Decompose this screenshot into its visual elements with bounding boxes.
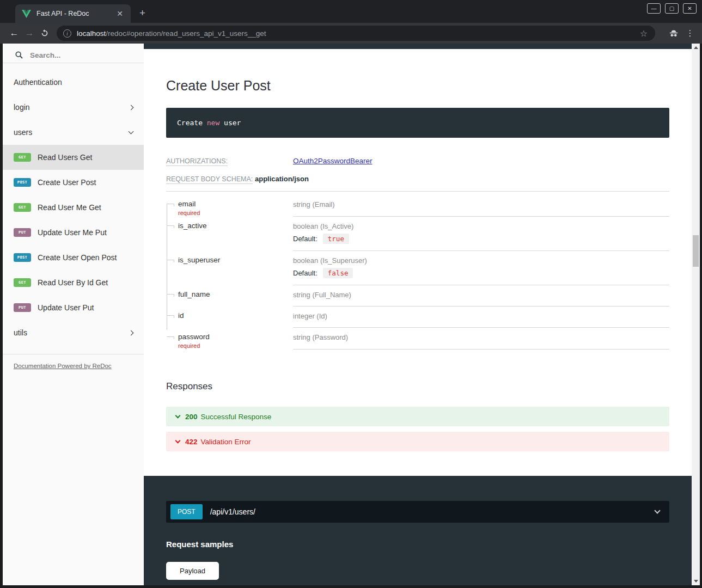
endpoint-selector[interactable]: POST /api/v1/users/ bbox=[166, 501, 669, 523]
default-label: Default: bbox=[293, 269, 318, 277]
maximize-button[interactable]: ▢ bbox=[665, 3, 679, 14]
sidebar-menu: Authentication login users GET Read User… bbox=[3, 70, 144, 345]
method-badge-put: PUT bbox=[14, 228, 31, 237]
request-body-schema-label: REQUEST BODY SCHEMA: bbox=[166, 175, 253, 184]
field-type: boolean (Is_Superuser) bbox=[293, 256, 669, 265]
url-path: /redoc#operation/read_users_api_v1_users… bbox=[106, 29, 266, 38]
sidebar-footer: Documentation Powered by ReDoc bbox=[3, 354, 144, 377]
operation-title: Create User Post bbox=[166, 78, 669, 94]
field-name: password bbox=[178, 333, 293, 341]
url-text: localhost/redoc#operation/read_users_api… bbox=[77, 29, 639, 38]
sidebar-item-read-user-me-get[interactable]: GET Read User Me Get bbox=[3, 195, 144, 220]
tab-close-icon[interactable]: ✕ bbox=[114, 9, 125, 18]
authorizations-row: AUTHORIZATIONS: OAuth2PasswordBearer bbox=[166, 156, 669, 166]
sidebar-item-create-user-post[interactable]: POST Create User Post bbox=[3, 170, 144, 195]
minimize-button[interactable]: — bbox=[647, 3, 661, 14]
back-button[interactable]: ← bbox=[7, 28, 22, 39]
scrollbar-thumb[interactable] bbox=[693, 235, 699, 267]
response-code: 200 bbox=[185, 413, 198, 421]
browser-menu-icon[interactable]: ⋮ bbox=[685, 28, 695, 38]
field-row-id: id integer (Id) bbox=[167, 307, 669, 328]
response-code: 422 bbox=[185, 438, 198, 446]
tree-tick bbox=[167, 260, 174, 260]
vertical-scrollbar[interactable] bbox=[692, 44, 700, 585]
close-button[interactable]: ✕ bbox=[683, 3, 697, 14]
chevron-down-icon bbox=[129, 129, 134, 134]
request-body-schema-row: REQUEST BODY SCHEMA: application/json bbox=[166, 174, 669, 192]
tree-tick bbox=[167, 225, 174, 226]
required-flag: required bbox=[178, 342, 293, 349]
description-text: Create bbox=[177, 119, 207, 127]
scroll-down-arrow[interactable] bbox=[692, 577, 700, 585]
payload-tab[interactable]: Payload bbox=[166, 562, 219, 580]
scroll-up-arrow[interactable] bbox=[692, 44, 700, 52]
sidebar-item-authentication[interactable]: Authentication bbox=[3, 70, 144, 95]
field-type: string (Full_Name) bbox=[293, 290, 669, 299]
field-type: string (Password) bbox=[293, 333, 669, 341]
method-badge-get: GET bbox=[14, 278, 31, 287]
chevron-down-icon bbox=[175, 438, 181, 444]
sidebar-item-login[interactable]: login bbox=[3, 95, 144, 120]
tree-tick bbox=[167, 204, 174, 204]
endpoint-path: /api/v1/users/ bbox=[210, 507, 655, 516]
request-samples-panel: POST /api/v1/users/ Request samples Payl… bbox=[144, 476, 692, 585]
default-value: true bbox=[323, 234, 349, 244]
operation-doc: Create User Post Create new user AUTHORI… bbox=[144, 49, 692, 451]
oauth2-link[interactable]: OAuth2PasswordBearer bbox=[293, 157, 373, 165]
field-name: is_active bbox=[178, 222, 293, 230]
redoc-main: Create User Post Create new user AUTHORI… bbox=[144, 44, 692, 585]
tab-title: Fast API - ReDoc bbox=[36, 10, 114, 17]
chevron-right-icon bbox=[129, 330, 134, 335]
reload-button[interactable] bbox=[37, 29, 52, 38]
new-tab-button[interactable]: + bbox=[139, 7, 145, 19]
browser-window: Fast API - ReDoc ✕ + — ▢ ✕ ← → i localho… bbox=[0, 0, 702, 588]
tree-tick bbox=[167, 336, 174, 337]
description-text: user bbox=[219, 119, 241, 127]
operation-description-block: Create new user bbox=[166, 108, 669, 138]
sidebar-item-update-user-put[interactable]: PUT Update User Put bbox=[3, 295, 144, 320]
incognito-icon bbox=[668, 28, 679, 39]
response-422-bar[interactable]: 422 Validation Error bbox=[166, 432, 669, 451]
sidebar-item-utils[interactable]: utils bbox=[3, 320, 144, 345]
search-icon bbox=[15, 51, 23, 59]
sidebar-item-users[interactable]: users bbox=[3, 120, 144, 145]
response-label: Successful Response bbox=[201, 413, 272, 421]
method-badge-get: GET bbox=[14, 203, 31, 212]
url-host: localhost bbox=[77, 29, 106, 38]
page-frame: Authentication login users GET Read User… bbox=[0, 44, 702, 588]
browser-toolbar: ← → i localhost/redoc#operation/read_use… bbox=[0, 23, 702, 44]
authorizations-label: AUTHORIZATIONS: bbox=[166, 157, 228, 166]
endpoint-method-badge: POST bbox=[170, 504, 203, 519]
previous-section-panel-edge bbox=[144, 44, 692, 49]
schema-fields: email required string (Email) is_active bbox=[167, 195, 669, 350]
field-name: is_superuser bbox=[178, 256, 293, 264]
bookmark-star-icon[interactable]: ☆ bbox=[639, 28, 649, 39]
field-row-full-name: full_name string (Full_Name) bbox=[167, 285, 669, 307]
field-row-is-active: is_active boolean (Is_Active) Default:tr… bbox=[167, 217, 669, 251]
url-bar[interactable]: i localhost/redoc#operation/read_users_a… bbox=[57, 26, 655, 41]
redoc-footer-link[interactable]: Documentation Powered by ReDoc bbox=[14, 363, 112, 369]
request-body-content-type: application/json bbox=[255, 175, 309, 183]
browser-titlebar: Fast API - ReDoc ✕ + — ▢ ✕ bbox=[0, 0, 702, 23]
site-info-icon[interactable]: i bbox=[63, 29, 71, 38]
sidebar-item-update-user-me-put[interactable]: PUT Update User Me Put bbox=[3, 220, 144, 245]
tree-tick bbox=[167, 294, 174, 295]
response-200-bar[interactable]: 200 Successful Response bbox=[166, 407, 669, 426]
field-type: string (Email) bbox=[293, 200, 669, 209]
required-flag: required bbox=[178, 210, 293, 216]
method-badge-get: GET bbox=[14, 153, 31, 162]
forward-button[interactable]: → bbox=[22, 28, 37, 39]
method-badge-post: POST bbox=[14, 178, 31, 187]
chevron-down-icon bbox=[175, 413, 181, 419]
browser-tab[interactable]: Fast API - ReDoc ✕ bbox=[15, 4, 131, 23]
search-input[interactable] bbox=[30, 51, 123, 59]
search-box[interactable] bbox=[3, 44, 144, 63]
field-type: integer (Id) bbox=[293, 311, 669, 320]
sidebar-item-read-users-get[interactable]: GET Read Users Get bbox=[3, 145, 144, 170]
window-controls: — ▢ ✕ bbox=[647, 3, 697, 14]
sidebar-item-read-user-by-id-get[interactable]: GET Read User By Id Get bbox=[3, 270, 144, 295]
default-label: Default: bbox=[293, 235, 318, 243]
chevron-down-icon bbox=[654, 507, 660, 513]
field-name: id bbox=[178, 311, 293, 320]
sidebar-item-create-user-open-post[interactable]: POST Create User Open Post bbox=[3, 245, 144, 270]
